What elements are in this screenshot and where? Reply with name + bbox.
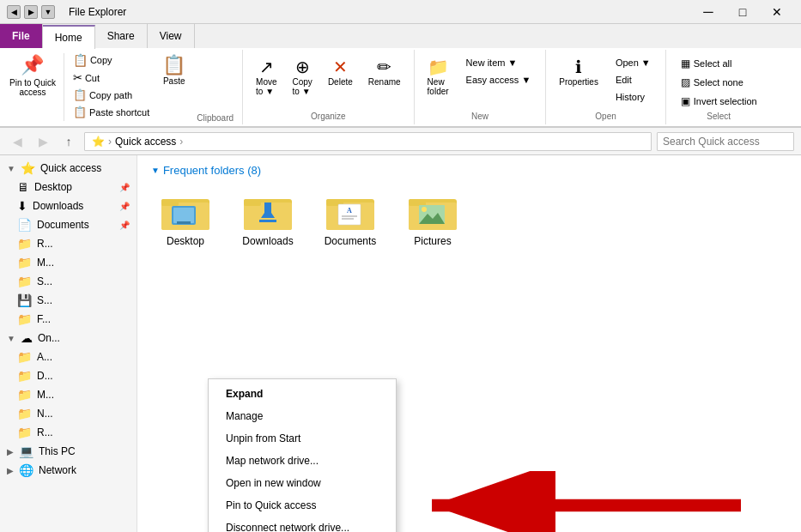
pin-to-quick-button[interactable]: 📌 Pin to Quickaccess [3, 50, 62, 124]
title-icon-forward[interactable]: ▶ [24, 5, 38, 19]
tab-view[interactable]: View [148, 24, 195, 48]
svg-text:A: A [347, 207, 352, 215]
network-icon: 🌐 [19, 463, 33, 477]
context-menu-manage[interactable]: Manage [209, 405, 396, 427]
s-label: S... [37, 275, 52, 287]
sidebar-item-od-a[interactable]: 📁 A... [0, 348, 137, 366]
ribbon-content: 📌 Pin to Quickaccess 📋 Copy ✂ Cut 📋 Copy… [0, 48, 801, 127]
sidebar-item-od-m[interactable]: 📁 M... [0, 385, 137, 404]
search-input[interactable] [657, 132, 794, 151]
new-folder-button[interactable]: 📁 Newfolder [422, 53, 455, 100]
sidebar-item-od-d[interactable]: 📁 D... [0, 366, 137, 385]
maximize-button[interactable]: □ [725, 0, 760, 24]
history-button[interactable]: History [610, 89, 657, 105]
sidebar-item-quickaccess[interactable]: ▼ ⭐ Quick access [0, 159, 137, 178]
tab-share[interactable]: Share [95, 24, 148, 48]
new-folder-label: Newfolder [428, 77, 449, 96]
sidebar-item-onedrive[interactable]: ▼ ☁ On... [0, 329, 137, 348]
title-icon-back[interactable]: ◀ [7, 5, 21, 19]
folder-downloads-label: Downloads [242, 235, 293, 247]
title-icon-dropdown[interactable]: ▼ [41, 5, 55, 19]
sidebar-item-r[interactable]: 📁 R... [0, 234, 137, 253]
sidebar-item-f[interactable]: 📁 F... [0, 310, 137, 329]
svg-rect-2 [161, 199, 179, 206]
od-n-label: N... [37, 408, 53, 420]
new-group: 📁 Newfolder New item ▼ Easy access ▼ New [415, 50, 547, 124]
od-r-icon: 📁 [17, 426, 32, 439]
copy-button[interactable]: 📋 Copy [70, 51, 153, 69]
select-all-icon: ▦ [681, 57, 690, 70]
minimize-button[interactable]: ─ [691, 0, 725, 24]
paste-shortcut-button[interactable]: 📋 Paste shortcut [70, 104, 153, 120]
sidebar: ▼ ⭐ Quick access 🖥 Desktop 📌 ⬇ Downloads… [0, 155, 137, 532]
clipboard-buttons: 📋 Copy ✂ Cut 📋 Copy path 📋 Paste shortcu… [66, 50, 156, 124]
rename-button[interactable]: ✏ Rename [362, 53, 407, 112]
new-folder-icon: 📁 [428, 57, 449, 77]
context-menu-expand[interactable]: Expand [209, 383, 396, 405]
sidebar-item-m[interactable]: 📁 M... [0, 253, 137, 272]
move-to-button[interactable]: ↗ Moveto ▼ [250, 53, 282, 112]
paste-label: Paste [163, 76, 185, 86]
sidebar-item-s[interactable]: 📁 S... [0, 272, 137, 291]
folder-documents[interactable]: A Documents [316, 185, 385, 252]
cut-icon: ✂ [73, 71, 82, 84]
edit-button[interactable]: Edit [610, 72, 657, 88]
new-buttons: 📁 Newfolder New item ▼ Easy access ▼ [422, 53, 539, 100]
context-menu-disconnect[interactable]: Disconnect network drive... [209, 517, 396, 532]
context-menu-pin-quick[interactable]: Pin to Quick access [209, 494, 396, 517]
divider [64, 53, 64, 121]
folder-desktop[interactable]: Desktop [151, 185, 220, 252]
desktop-label: Desktop [34, 181, 72, 193]
copy-to-button[interactable]: ⊕ Copyto ▼ [287, 53, 319, 112]
context-menu-map-drive[interactable]: Map network drive... [209, 450, 396, 472]
cut-button[interactable]: ✂ Cut [70, 70, 153, 86]
od-r-label: R... [37, 426, 53, 438]
sidebar-item-storage[interactable]: 💾 S... [0, 291, 137, 310]
paste-button[interactable]: 📋 Paste [156, 50, 191, 124]
sidebar-item-thispc[interactable]: ▶ 💻 This PC [0, 442, 137, 461]
quickaccess-icon: ⭐ [21, 161, 35, 175]
folder-downloads[interactable]: Downloads [234, 185, 302, 252]
documents-label: Documents [37, 219, 89, 231]
desktop-icon: 🖥 [17, 180, 29, 194]
sidebar-item-od-r[interactable]: 📁 R... [0, 423, 137, 442]
downloads-label: Downloads [33, 200, 83, 212]
pin-icon: 📌 [21, 54, 44, 76]
forward-button[interactable]: ▶ [33, 131, 53, 152]
sidebar-item-network[interactable]: ▶ 🌐 Network [0, 461, 137, 480]
address-path[interactable]: ⭐ › Quick access › [84, 132, 652, 151]
tab-file[interactable]: File [0, 24, 43, 48]
main-layout: ▼ ⭐ Quick access 🖥 Desktop 📌 ⬇ Downloads… [0, 155, 801, 532]
select-buttons: ▦ Select all ▨ Select none ▣ Invert sele… [673, 53, 765, 112]
properties-button[interactable]: ℹ Properties [553, 53, 604, 106]
copy-path-button[interactable]: 📋 Copy path [70, 87, 153, 103]
tab-home[interactable]: Home [43, 25, 95, 49]
select-all-button[interactable]: ▦ Select all [675, 55, 763, 72]
sidebar-item-downloads[interactable]: ⬇ Downloads 📌 [0, 196, 137, 215]
path-icon: ⭐ [92, 136, 105, 148]
invert-selection-button[interactable]: ▣ Invert selection [675, 93, 763, 110]
thispc-icon: 💻 [19, 444, 33, 458]
sidebar-item-od-n[interactable]: 📁 N... [0, 404, 137, 423]
delete-label: Delete [328, 77, 353, 87]
sidebar-item-documents[interactable]: 📄 Documents 📌 [0, 215, 137, 234]
paste-icon: 📋 [162, 54, 185, 76]
folder-pictures[interactable]: Pictures [398, 185, 467, 252]
select-none-label: Select none [694, 77, 743, 88]
select-col: ▦ Select all ▨ Select none ▣ Invert sele… [673, 53, 765, 112]
ribbon-tabs: File Home Share View [0, 24, 801, 48]
close-button[interactable]: ✕ [760, 0, 794, 24]
copy-icon: 📋 [73, 53, 88, 67]
select-none-button[interactable]: ▨ Select none [675, 74, 763, 91]
sidebar-item-desktop[interactable]: 🖥 Desktop 📌 [0, 178, 137, 196]
up-button[interactable]: ↑ [58, 131, 79, 152]
new-item-button[interactable]: New item ▼ [460, 55, 537, 70]
context-menu-unpin[interactable]: Unpin from Start [209, 427, 396, 450]
easy-access-button[interactable]: Easy access ▼ [460, 72, 537, 88]
open-button[interactable]: Open ▼ [610, 55, 657, 70]
delete-button[interactable]: ✕ Delete [322, 53, 359, 112]
context-menu-open-window[interactable]: Open in new window [209, 472, 396, 494]
back-button[interactable]: ◀ [7, 131, 27, 152]
paste-shortcut-label: Paste shortcut [89, 107, 149, 118]
downloads-icon: ⬇ [17, 199, 27, 213]
